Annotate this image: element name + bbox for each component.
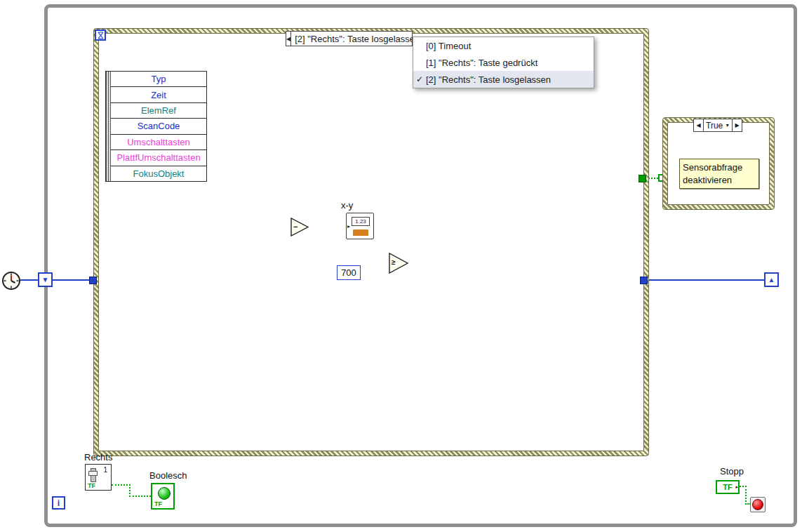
event-timeout-terminal[interactable] (95, 29, 106, 41)
rechts-boolean-control[interactable]: 1 TF (85, 464, 112, 491)
loop-iteration-terminal[interactable]: i (52, 496, 65, 510)
case-selector-value: True (706, 121, 723, 131)
event-selector-label: [2] "Rechts": Taste losgelassen (291, 32, 413, 46)
menu-item-taste-losgelassen[interactable]: ✓ [2] "Rechts": Taste losgelassen (413, 71, 594, 88)
free-label-note: Sensorabfrage deaktivieren (679, 159, 759, 189)
wire-shift-register-to-tunnel (51, 279, 91, 281)
event-selector-tab[interactable]: ◀ [2] "Rechts": Taste losgelassen (286, 31, 413, 46)
wire-clock-to-shift-register (20, 279, 39, 281)
xy-indicator-value: 1.23 (352, 217, 370, 226)
check-icon: ✓ (413, 74, 426, 84)
event-field-umschalttasten[interactable]: Umschalttasten (111, 135, 206, 150)
subtract-function[interactable]: − (290, 218, 309, 237)
tunnel-event-left[interactable] (89, 277, 97, 284)
led-icon (158, 487, 171, 500)
shift-register-left[interactable]: ▼ (38, 272, 53, 287)
case-prev-icon[interactable]: ◀ (694, 119, 703, 131)
wire-tunnel-to-shift-register-right (648, 279, 765, 281)
event-case-menu: [0] Timeout [1] "Rechts": Taste gedrückt… (413, 36, 594, 88)
case-next-icon[interactable]: ▶ (733, 119, 742, 131)
shift-register-right[interactable]: ▲ (764, 272, 779, 287)
menu-item-label: [1] "Rechts": Taste gedrückt (426, 58, 537, 68)
slider-knob-icon (88, 471, 98, 476)
hourglass-icon (98, 32, 104, 39)
stopp-label: Stopp (720, 466, 744, 477)
boolesch-label: Boolesch (149, 470, 187, 481)
menu-item-taste-gedrueckt[interactable]: [1] "Rechts": Taste gedrückt (413, 54, 594, 71)
menu-item-label: [0] Timeout (426, 41, 471, 51)
tunnel-event-right[interactable] (640, 277, 648, 284)
xy-type-tag (353, 230, 368, 236)
xy-indicator-label: x-y (341, 200, 353, 211)
event-data-node-spine (106, 72, 111, 181)
wire-to-boolesch (129, 496, 151, 497)
boolesch-indicator[interactable]: TF (151, 483, 175, 510)
stopp-tf-tag: TF (723, 483, 732, 491)
iteration-label: i (58, 498, 60, 508)
case-selector-tab[interactable]: ◀ True ▼ ▶ (693, 119, 742, 132)
event-field-scancode[interactable]: ScanCode (111, 119, 206, 134)
case-dropdown-icon[interactable]: ▼ (725, 123, 730, 128)
stopp-boolean-terminal[interactable]: TF ▸ (716, 480, 740, 494)
event-field-typ[interactable]: Typ (111, 72, 206, 87)
rechts-label: Rechts (84, 452, 112, 463)
indicator-input-arrow-icon: ▸ (347, 223, 350, 230)
tunnel-event-boolean-out[interactable] (639, 175, 646, 182)
event-field-fokusobjekt[interactable]: FokusObjekt (111, 166, 206, 181)
greater-equal-glyph: ≥ (392, 258, 396, 266)
wire-stopp-vertical (745, 486, 747, 505)
wire-rechts-out (112, 484, 131, 486)
loop-condition-terminal[interactable] (750, 497, 766, 512)
subtract-glyph: − (293, 222, 298, 231)
shift-register-up-icon: ▲ (768, 276, 775, 284)
event-field-elemref[interactable]: ElemRef (111, 103, 206, 119)
xy-numeric-indicator[interactable]: ▸ 1.23 (346, 213, 374, 239)
numeric-constant-700[interactable]: 700 (337, 265, 361, 280)
greater-equal-function[interactable]: ≥ (389, 253, 408, 274)
block-diagram-canvas: ▼ ▲ ◀ [2] "Rechts": Taste losgelassen [0… (0, 0, 802, 532)
event-prev-case-icon[interactable]: ◀ (286, 32, 291, 46)
event-field-zeit[interactable]: Zeit (111, 87, 206, 102)
boolesch-tf-tag: TF (154, 500, 162, 507)
wait-ms-clock-icon[interactable] (1, 271, 21, 291)
stop-button-icon (752, 499, 763, 510)
rechts-digit: 1 (103, 466, 107, 474)
menu-item-timeout[interactable]: [0] Timeout (413, 37, 594, 54)
event-field-plattfumschalttasten[interactable]: PlattfUmschalttasten (111, 150, 206, 166)
terminal-output-arrow-icon: ▸ (735, 484, 738, 490)
menu-item-label: [2] "Rechts": Taste losgelassen (426, 74, 551, 85)
event-data-node[interactable]: Typ Zeit ElemRef ScanCode Umschalttasten… (105, 71, 207, 182)
rechts-tf-tag: TF (88, 482, 95, 489)
shift-register-down-icon: ▼ (42, 276, 49, 284)
